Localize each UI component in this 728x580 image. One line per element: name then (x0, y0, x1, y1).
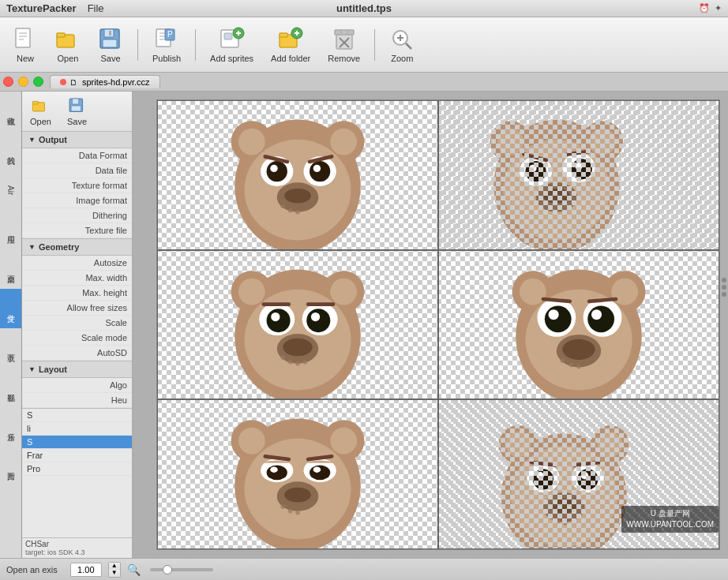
sprite-canvas (156, 99, 720, 550)
data-format-label: Data Format (79, 151, 127, 160)
zoom-down[interactable]: ▼ (109, 570, 120, 577)
svg-point-87 (311, 312, 320, 321)
app-name: TexturePacker (6, 2, 77, 14)
svg-rect-22 (280, 33, 287, 37)
sprite-cell-2-2 (438, 250, 719, 400)
file-tab[interactable]: 🗋 sprites-hd.pvr.ccz (50, 75, 160, 88)
main-toolbar: New Open Save (0, 17, 728, 73)
sidebar-item-desktop[interactable]: 桌面 (0, 249, 21, 289)
svg-point-98 (520, 278, 546, 305)
save-label: Save (100, 54, 120, 63)
scroll-dot-1 (722, 278, 726, 283)
svg-point-104 (549, 309, 559, 320)
add-folder-icon (278, 27, 303, 52)
side-scrollbar[interactable] (722, 278, 726, 297)
sidebar-item-files[interactable]: 文件 (0, 289, 21, 328)
svg-rect-20 (224, 33, 232, 39)
texture-format-label: Texture format (72, 181, 127, 190)
maximize-button[interactable] (33, 77, 43, 87)
texture-format-row: Texture format (22, 178, 132, 193)
zoom-toolbar-icon (389, 27, 415, 52)
menu-file[interactable]: File (88, 2, 104, 14)
toolbar-sep-2 (195, 29, 196, 61)
sidebar-item-air[interactable]: Air (0, 170, 21, 210)
svg-point-133 (295, 511, 300, 515)
list-item-s[interactable]: S (22, 409, 132, 422)
mini-toolbar: Open Save (22, 92, 132, 132)
bottom-file-list: S li S Frar Pro (22, 409, 132, 537)
autosd-row: AutoSD (22, 346, 132, 361)
add-folder-button[interactable]: Add folder (265, 24, 317, 66)
svg-line-111 (589, 299, 616, 301)
list-item-frar[interactable]: Frar (22, 449, 132, 462)
open-button[interactable]: Open (49, 24, 87, 66)
list-item-s2[interactable]: S (22, 436, 132, 449)
target-label: target: ios SDK 4.3 (25, 548, 129, 556)
svg-point-54 (284, 189, 311, 204)
add-folder-label: Add folder (271, 54, 310, 63)
add-sprites-button[interactable]: Add sprites (204, 24, 260, 66)
publish-label: Publish (152, 54, 181, 63)
geometry-triangle: ▼ (28, 243, 36, 251)
sidebar-item-music[interactable]: 音乐 (0, 407, 21, 447)
title-bar: TexturePacker File untitled.tps ⏰ ✦ (0, 0, 728, 17)
zoom-toolbar-button[interactable]: Zoom (383, 24, 421, 66)
zoom-input[interactable] (70, 563, 102, 577)
output-section: ▼ Output Data Format Data file Texture f… (22, 132, 132, 239)
watermark-line2: WWW.UPANTOOL.COM (626, 519, 714, 530)
geometry-label: Geometry (39, 242, 79, 252)
mini-open-icon (31, 96, 50, 115)
data-file-label: Data file (96, 166, 127, 175)
data-file-row: Data file (22, 163, 132, 178)
geometry-section-header[interactable]: ▼ Geometry (22, 239, 132, 256)
add-sprites-icon (220, 27, 245, 52)
sidebar-item-favorites[interactable]: 收藏 (0, 92, 21, 131)
sidebar-item-apps[interactable]: 应用 (0, 210, 21, 249)
clock-icon: ⏰ (699, 3, 710, 13)
open-icon (55, 27, 81, 52)
layout-section-header[interactable]: ▼ Layout (22, 361, 132, 378)
sprite-cell-1-1 (157, 100, 438, 250)
svg-point-125 (310, 466, 330, 481)
open-label: Open (58, 54, 79, 63)
list-item-pro[interactable]: Pro (22, 462, 132, 476)
new-button[interactable]: New (6, 24, 44, 66)
sidebar-item-photos[interactable]: 图片 (0, 447, 21, 486)
remove-icon (332, 27, 357, 52)
close-button[interactable] (3, 77, 13, 87)
mini-open-button[interactable]: Open (27, 95, 54, 128)
sidebar-item-video[interactable]: 影视 (0, 368, 21, 407)
publish-button[interactable]: P Publish (146, 24, 187, 66)
svg-point-95 (303, 360, 308, 365)
canvas-area: U 盘量产网 WWW.UPANTOOL.COM (133, 92, 728, 558)
properties-panel: Open Save ▼ Output Data Format (22, 92, 133, 558)
zoom-out-icon[interactable]: 🔍 (127, 563, 141, 576)
list-item-li[interactable]: li (22, 422, 132, 436)
zoom-slider[interactable] (150, 568, 213, 571)
zoom-slider-thumb[interactable] (163, 565, 172, 574)
svg-point-83 (267, 309, 291, 332)
remove-button[interactable]: Remove (321, 24, 366, 66)
chsar-panel: CHSar target: ios SDK 4.3 (22, 537, 132, 558)
allow-free-sizes-row: Allow free sizes (22, 301, 132, 316)
svg-point-117 (238, 428, 265, 455)
minimize-button[interactable] (18, 77, 28, 87)
save-button[interactable]: Save (92, 24, 129, 66)
sidebar-item-mine[interactable]: 我的 (0, 131, 21, 170)
window-title: untitled.tps (336, 2, 392, 14)
chsar-label: CHSar (25, 540, 129, 548)
algo-label: Algo (110, 380, 127, 390)
sidebar-item-downloads[interactable]: 下载 (0, 328, 21, 368)
svg-point-84 (271, 312, 280, 321)
svg-rect-27 (335, 30, 354, 35)
svg-point-119 (330, 428, 357, 455)
layout-triangle: ▼ (28, 365, 36, 373)
zoom-stepper[interactable]: ▲ ▼ (108, 562, 121, 578)
svg-line-35 (406, 43, 411, 49)
mini-save-button[interactable]: Save (64, 95, 90, 128)
window-controls[interactable] (3, 77, 43, 87)
svg-point-114 (576, 364, 581, 369)
output-section-header[interactable]: ▼ Output (22, 132, 132, 148)
svg-point-45 (330, 129, 357, 155)
texture-file-row: Texture file (22, 223, 132, 238)
